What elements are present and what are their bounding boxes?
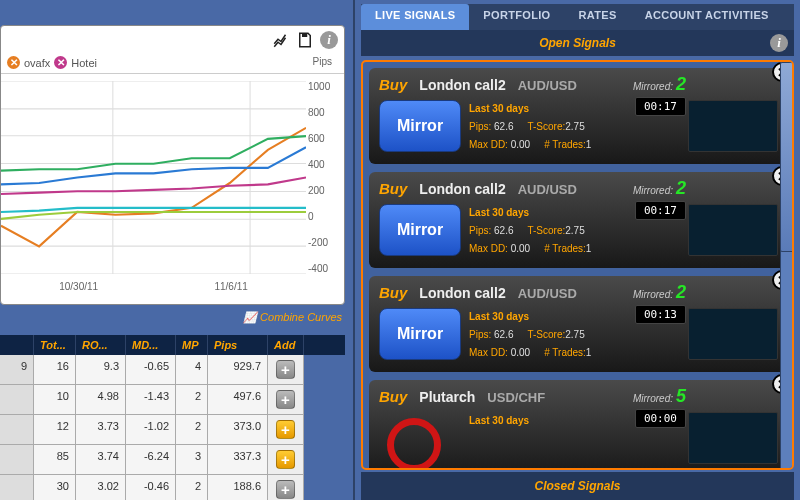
trader-name: ovafx xyxy=(24,57,50,69)
mini-chart xyxy=(688,100,778,152)
add-button[interactable]: + xyxy=(276,480,295,499)
portfolio-grid: Tot...RO...MD...MPPipsAdd 9169.3-0.65492… xyxy=(0,335,345,500)
signal-card: ✕BuyPlutarchUSD/CHFMirrored:500:00Last 3… xyxy=(369,380,786,470)
column-header[interactable]: Pips xyxy=(208,335,268,355)
yaxis-title: Pips xyxy=(313,56,332,67)
close-trader-icon[interactable]: ✕ xyxy=(54,56,67,69)
scrollbar-thumb[interactable] xyxy=(780,62,794,252)
scrollbar-track[interactable] xyxy=(780,62,794,468)
signal-pair: AUD/USD xyxy=(518,182,577,197)
signal-timer: 00:13 xyxy=(635,305,686,324)
signal-action: Buy xyxy=(379,388,407,405)
signal-name: Plutarch xyxy=(419,389,475,405)
mirrored-count: 5 xyxy=(676,386,686,406)
table-row: 123.73-1.022373.0+ xyxy=(0,415,345,445)
signal-name: London call2 xyxy=(419,181,505,197)
mirrored-label: Mirrored: xyxy=(633,393,673,404)
chart-type-icon[interactable] xyxy=(272,31,290,49)
stop-icon[interactable] xyxy=(387,418,441,470)
signal-name: London call2 xyxy=(419,285,505,301)
info-icon[interactable]: i xyxy=(320,31,338,49)
signal-stats: Last 30 daysPips: 62.6T-Score:2.75Max DD… xyxy=(469,100,605,154)
signal-card: ✕BuyLondon call2AUD/USDMirrored:200:17Mi… xyxy=(369,172,786,268)
signal-stats: Last 30 daysPips: 62.6T-Score:2.75Max DD… xyxy=(469,308,605,362)
svg-rect-0 xyxy=(302,33,307,37)
signal-action: Buy xyxy=(379,284,407,301)
open-signals-list: ✕BuyLondon call2AUD/USDMirrored:200:17Mi… xyxy=(361,60,794,470)
add-button[interactable]: + xyxy=(276,420,295,439)
info-icon[interactable]: i xyxy=(770,34,788,52)
combine-curves-button[interactable]: 📈 Combine Curves xyxy=(243,311,342,324)
column-header[interactable]: Add xyxy=(268,335,304,355)
tab-rates[interactable]: RATES xyxy=(565,4,631,30)
table-row: 104.98-1.432497.6+ xyxy=(0,385,345,415)
save-icon[interactable] xyxy=(296,31,314,49)
mirrored-label: Mirrored: xyxy=(633,81,673,92)
signal-pair: AUD/USD xyxy=(518,78,577,93)
tab-portfolio[interactable]: PORTFOLIO xyxy=(469,4,564,30)
column-header[interactable]: MP xyxy=(176,335,208,355)
mini-chart xyxy=(688,412,778,464)
add-button[interactable]: + xyxy=(276,450,295,469)
mirrored-count: 2 xyxy=(676,74,686,94)
column-header[interactable] xyxy=(0,335,34,355)
signal-action: Buy xyxy=(379,76,407,93)
signal-name: London call2 xyxy=(419,77,505,93)
signal-timer: 00:17 xyxy=(635,97,686,116)
mirrored-count: 2 xyxy=(676,178,686,198)
mirrored-label: Mirrored: xyxy=(633,185,673,196)
signal-stats: Last 30 days xyxy=(469,412,529,466)
open-signals-header: Open Signals i xyxy=(361,30,794,56)
trader-legend: ✕ ovafx ✕ Hotei xyxy=(1,56,344,74)
table-row: 853.74-6.243337.3+ xyxy=(0,445,345,475)
signal-card: ✕BuyLondon call2AUD/USDMirrored:200:13Mi… xyxy=(369,276,786,372)
closed-signals-header[interactable]: Closed Signals xyxy=(361,472,794,500)
signal-timer: 00:17 xyxy=(635,201,686,220)
signal-stats: Last 30 daysPips: 62.6T-Score:2.75Max DD… xyxy=(469,204,605,258)
mini-chart xyxy=(688,308,778,360)
tab-bar: LIVE SIGNALS PORTFOLIO RATES ACCOUNT ACT… xyxy=(361,4,794,30)
add-button[interactable]: + xyxy=(276,360,295,379)
mirrored-label: Mirrored: xyxy=(633,289,673,300)
performance-chart: i ✕ ovafx ✕ Hotei Pips 10008006004002000… xyxy=(0,25,345,305)
signal-timer: 00:00 xyxy=(635,409,686,428)
mirror-button[interactable]: Mirror xyxy=(379,308,461,360)
close-trader-icon[interactable]: ✕ xyxy=(7,56,20,69)
mirror-button[interactable]: Mirror xyxy=(379,100,461,152)
mirrored-count: 2 xyxy=(676,282,686,302)
column-header[interactable]: RO... xyxy=(76,335,126,355)
tab-live-signals[interactable]: LIVE SIGNALS xyxy=(361,4,469,30)
mirror-button[interactable]: Mirror xyxy=(379,204,461,256)
mini-chart xyxy=(688,204,778,256)
tab-account-activities[interactable]: ACCOUNT ACTIVITIES xyxy=(631,4,783,30)
column-header[interactable]: Tot... xyxy=(34,335,76,355)
column-header[interactable]: MD... xyxy=(126,335,176,355)
signal-action: Buy xyxy=(379,180,407,197)
add-button[interactable]: + xyxy=(276,390,295,409)
signal-pair: AUD/USD xyxy=(518,286,577,301)
table-row: 303.02-0.462188.6+ xyxy=(0,475,345,500)
table-row: 9169.3-0.654929.7+ xyxy=(0,355,345,385)
signal-pair: USD/CHF xyxy=(487,390,545,405)
line-chart xyxy=(1,81,306,274)
trader-name: Hotei xyxy=(71,57,97,69)
signal-card: ✕BuyLondon call2AUD/USDMirrored:200:17Mi… xyxy=(369,68,786,164)
